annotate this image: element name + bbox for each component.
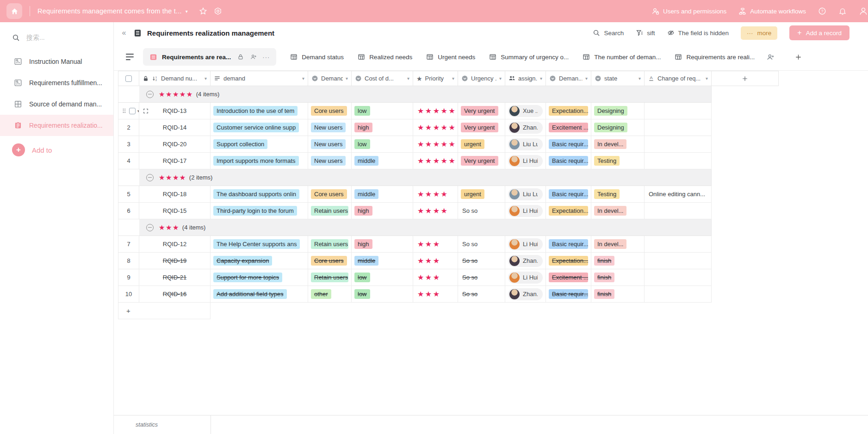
row-number-cell[interactable]: ▾	[118, 103, 139, 119]
cell-demand-type[interactable]: Basic requir...	[546, 236, 591, 253]
cell-demand[interactable]: Import supports more formats	[211, 153, 308, 169]
cell-demand-segment[interactable]: Core users	[308, 186, 352, 203]
cell-urgency[interactable]: So so	[458, 203, 505, 219]
add-sheet-button[interactable]: + Add to	[12, 143, 113, 156]
cell-demand-number[interactable]: RQID-15	[139, 203, 211, 219]
account-icon[interactable]	[859, 6, 868, 16]
group-header-row[interactable]: ★★★★★(4 items)	[118, 86, 779, 103]
cell-assignee[interactable]: Zhan...	[505, 286, 546, 303]
search-button[interactable]: Search	[593, 29, 624, 37]
home-button[interactable]	[6, 3, 22, 19]
cell-demand-segment[interactable]: Core users	[308, 103, 352, 119]
cell-demand[interactable]: Capacity expansion	[211, 253, 308, 269]
column-header-demand[interactable]: demand▾	[211, 71, 308, 86]
row-number-cell[interactable]: 6	[118, 203, 139, 219]
cell-state[interactable]: finish	[591, 269, 645, 286]
view-tab[interactable]: Summary of urgency o...	[489, 53, 569, 61]
cell-urgency[interactable]: urgent	[458, 136, 505, 153]
users-permissions-button[interactable]: Users and permissions	[651, 7, 726, 15]
group-header-row[interactable]: ★★★★(2 items)	[118, 169, 779, 186]
caret-down-icon[interactable]: ▾	[302, 76, 304, 81]
add-row-button[interactable]: +	[118, 303, 211, 319]
cell-cost[interactable]: middle	[352, 253, 413, 269]
caret-down-icon[interactable]: ▾	[706, 76, 708, 81]
cell-assignee[interactable]: Li Hui...	[505, 269, 546, 286]
cell-demand-type[interactable]: Basic requir...	[546, 136, 591, 153]
cell-urgency[interactable]: Very urgent	[458, 153, 505, 169]
cell-change[interactable]	[645, 269, 712, 286]
cell-demand-number[interactable]: RQID-18	[139, 186, 211, 203]
row-checkbox[interactable]	[129, 108, 136, 114]
column-header-state[interactable]: state▾	[591, 71, 645, 86]
collapse-group-icon[interactable]	[146, 224, 154, 231]
cell-assignee[interactable]: Liu Lu...	[505, 136, 546, 153]
cell-change[interactable]	[645, 236, 712, 253]
cell-demand-segment[interactable]: Core users	[308, 253, 352, 269]
cell-demand-type[interactable]: Basic requir...	[546, 153, 591, 169]
cell-assignee[interactable]: Xue ...	[505, 103, 546, 119]
cell-demand[interactable]: The Help Center supports ans	[211, 236, 308, 253]
collapse-sidebar-icon[interactable]: «	[118, 29, 130, 37]
cell-demand-number[interactable]: RQID-21	[139, 269, 211, 286]
cell-state[interactable]: Testing	[591, 153, 645, 169]
cell-urgency[interactable]: Very urgent	[458, 103, 505, 119]
collapse-group-icon[interactable]	[146, 91, 154, 98]
caret-down-icon[interactable]: ▾	[452, 76, 454, 81]
hidden-fields-button[interactable]: The field is hidden	[667, 29, 729, 37]
cell-demand-type[interactable]: Basic requir...	[546, 286, 591, 303]
cell-cost[interactable]: low	[352, 269, 413, 286]
cell-priority[interactable]: ★★★★	[413, 203, 458, 219]
cell-demand-segment[interactable]: New users	[308, 153, 352, 169]
cell-demand-type[interactable]: Expectation...	[546, 103, 591, 119]
cell-assignee[interactable]: Li Hui...	[505, 236, 546, 253]
row-number-cell[interactable]: 7	[118, 236, 139, 253]
group-header-row[interactable]: ★★★(4 items)	[118, 219, 779, 236]
cell-assignee[interactable]: Liu Lu...	[505, 186, 546, 203]
sidebar-item[interactable]: Instruction Manual	[0, 51, 113, 72]
select-all-checkbox[interactable]	[125, 75, 132, 82]
cell-demand-type[interactable]: Expectation...	[546, 203, 591, 219]
help-icon[interactable]: ?	[818, 7, 826, 15]
cell-assignee[interactable]: Li Hui...	[505, 153, 546, 169]
cell-demand-type[interactable]: Basic requir...	[546, 186, 591, 203]
row-number-cell[interactable]: 2	[118, 119, 139, 136]
cell-demand-type[interactable]: Expectation...	[546, 253, 591, 269]
cell-cost[interactable]: high	[352, 119, 413, 136]
cell-demand-segment[interactable]: New users	[308, 136, 352, 153]
cell-demand-number[interactable]: RQID-12	[139, 236, 211, 253]
row-number-cell[interactable]: 3	[118, 136, 139, 153]
cell-demand[interactable]: Support collection	[211, 136, 308, 153]
cell-cost[interactable]: high	[352, 236, 413, 253]
row-number-cell[interactable]: 10	[118, 286, 139, 303]
cell-demand[interactable]: Third-party login to the forum	[211, 203, 308, 219]
column-header-cost[interactable]: Cost of d...▾	[352, 71, 413, 86]
more-button[interactable]: ··· more	[741, 26, 777, 40]
cell-demand-segment[interactable]: New users	[308, 119, 352, 136]
column-header-demand-number[interactable]: 12Demand nu...▾	[139, 71, 211, 86]
cell-demand-segment[interactable]: Retain users	[308, 269, 352, 286]
workspace-caret-icon[interactable]: ▾	[186, 9, 188, 14]
tab-more-icon[interactable]: ···	[262, 54, 270, 61]
cell-change[interactable]	[645, 203, 712, 219]
cell-state[interactable]: In devel...	[591, 236, 645, 253]
column-header-add-field[interactable]	[712, 71, 779, 86]
collapse-group-icon[interactable]	[146, 174, 154, 181]
cell-change[interactable]: Online editing cann...	[645, 186, 712, 203]
drag-handle-icon[interactable]	[121, 107, 127, 114]
notifications-bell-icon[interactable]	[838, 7, 847, 15]
cell-priority[interactable]: ★★★	[413, 286, 458, 303]
cell-demand-type[interactable]: Excitement ...	[546, 119, 591, 136]
sidebar-item[interactable]: Source of demand man...	[0, 93, 113, 115]
cell-state[interactable]: finish	[591, 286, 645, 303]
cell-state[interactable]: In devel...	[591, 136, 645, 153]
cell-demand[interactable]: Add additional field types	[211, 286, 308, 303]
column-header-demand-type[interactable]: Deman...▾	[546, 71, 591, 86]
cell-demand-number[interactable]: RQID-19	[139, 253, 211, 269]
cell-urgency[interactable]: So so	[458, 236, 505, 253]
add-view-icon[interactable]	[795, 54, 802, 61]
cell-priority[interactable]: ★★★	[413, 269, 458, 286]
column-header-demand-segment[interactable]: Demand s...▾	[308, 71, 352, 86]
caret-down-icon[interactable]: ▾	[585, 76, 588, 81]
cell-assignee[interactable]: Zhan...	[505, 253, 546, 269]
cell-priority[interactable]: ★★★★	[413, 186, 458, 203]
